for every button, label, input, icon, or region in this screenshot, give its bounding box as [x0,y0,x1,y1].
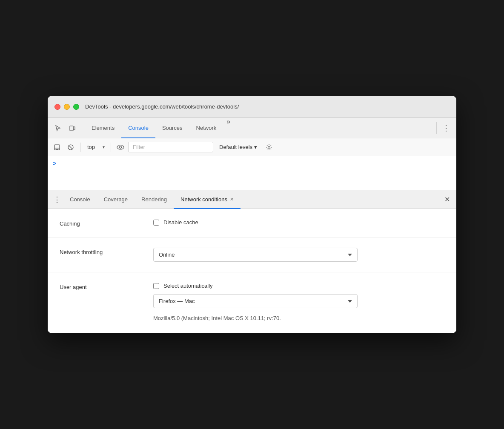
svg-point-7 [117,145,124,149]
titlebar: DevTools - developers.google.com/web/too… [48,96,456,118]
disable-cache-label[interactable]: Disable cache [163,219,198,226]
select-automatically-row: Select automatically [153,283,444,289]
cursor-icon-button[interactable] [51,121,65,135]
tab-rendering[interactable]: Rendering [135,191,174,209]
network-conditions-tab-close-icon[interactable]: ✕ [230,197,234,202]
filter-input[interactable] [128,142,213,152]
clear-console-button[interactable] [65,141,77,153]
more-tabs-button[interactable]: » [223,118,234,138]
console-settings-button[interactable] [263,141,275,153]
device-toolbar-icon-button[interactable] [66,121,79,135]
drawer-dots-button[interactable]: ⋮ [51,194,63,206]
toolbar-separator-2 [436,122,437,134]
svg-line-6 [69,146,72,149]
caching-row: Caching Disable cache [48,209,456,237]
default-levels-button[interactable]: Default levels ▾ [215,142,261,152]
svg-rect-1 [73,127,75,130]
bottom-tab-bar: ⋮ Console Coverage Rendering Network con… [48,190,456,209]
user-agent-label: User agent [60,283,145,290]
tab-console-drawer[interactable]: Console [63,191,97,209]
context-select-input[interactable]: top [84,142,107,152]
devtools-menu-button[interactable]: ⋮ [439,121,453,135]
traffic-lights [54,104,79,110]
disable-cache-checkbox[interactable] [153,220,159,226]
tab-elements[interactable]: Elements [85,118,121,138]
console-separator-1 [80,143,80,152]
window-title: DevTools - developers.google.com/web/too… [85,103,239,110]
console-toolbar: top ▾ Default levels ▾ [48,138,456,156]
console-prompt[interactable]: > [53,160,56,167]
toolbar-separator-1 [82,122,82,134]
main-tabs: Elements Console Sources Network » [85,118,434,138]
eye-icon-button[interactable] [115,141,126,153]
throttling-select[interactable]: Online Fast 3G Slow 3G Offline [153,248,358,262]
select-automatically-label[interactable]: Select automatically [163,283,213,289]
close-button[interactable] [54,104,60,110]
user-agent-control: Select automatically Firefox — Mac Chrom… [153,283,444,323]
console-area: > [48,156,456,190]
context-selector[interactable]: top ▾ [84,142,107,152]
minimize-button[interactable] [64,104,70,110]
caching-control: Disable cache [153,219,444,226]
maximize-button[interactable] [73,104,79,110]
network-conditions-content: Caching Disable cache Network throttling… [48,209,456,333]
throttling-row: Network throttling Online Fast 3G Slow 3… [48,237,456,272]
main-toolbar: Elements Console Sources Network » ⋮ [48,118,456,138]
browser-select[interactable]: Firefox — Mac Chrome — Mac Safari — Mac … [153,294,358,308]
user-agent-row: User agent Select automatically Firefox … [48,272,456,333]
svg-rect-0 [70,126,73,131]
close-panel-button[interactable]: ✕ [441,194,453,206]
select-automatically-checkbox[interactable] [153,283,159,289]
throttling-control: Online Fast 3G Slow 3G Offline [153,248,444,262]
ua-string: Mozilla/5.0 (Macintosh; Intel Mac OS X 1… [153,313,358,323]
tab-sources[interactable]: Sources [155,118,189,138]
bottom-panel: ⋮ Console Coverage Rendering Network con… [48,190,456,333]
tab-coverage[interactable]: Coverage [97,191,135,209]
tab-console[interactable]: Console [121,118,155,138]
svg-point-8 [120,146,122,148]
show-drawer-button[interactable] [51,141,63,153]
caching-label: Caching [60,219,145,227]
tab-network-conditions[interactable]: Network conditions ✕ [174,191,241,209]
throttling-label: Network throttling [60,248,145,255]
svg-point-9 [268,146,270,148]
console-separator-2 [111,143,111,152]
tab-network[interactable]: Network [189,118,223,138]
disable-cache-row: Disable cache [153,219,444,226]
devtools-window: DevTools - developers.google.com/web/too… [48,96,456,333]
